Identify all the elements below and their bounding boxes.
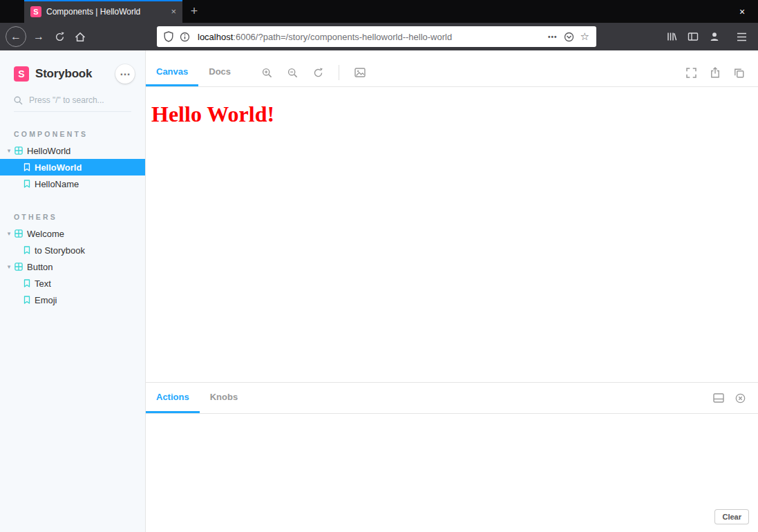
sidebar-item-helloworld-story[interactable]: HelloWorld xyxy=(0,159,145,175)
copy-link-icon[interactable] xyxy=(734,68,744,78)
page-content: S Storybook … COMPONENTS ▾ xyxy=(0,50,758,532)
tab-canvas[interactable]: Canvas xyxy=(146,59,198,86)
url-host: localhost xyxy=(198,32,233,42)
section-heading-others: OTHERS xyxy=(0,213,145,221)
storybook-logo-icon: S xyxy=(14,66,29,82)
storybook-sidebar: S Storybook … COMPONENTS ▾ xyxy=(0,50,145,532)
actions-panel-body: Clear xyxy=(146,414,758,532)
tree-item-label: Text xyxy=(35,278,51,289)
tab-docs[interactable]: Docs xyxy=(198,59,241,86)
search-icon xyxy=(14,96,23,105)
addon-panel-controls xyxy=(713,393,746,403)
close-panel-icon[interactable] xyxy=(735,393,746,403)
home-icon xyxy=(75,32,86,42)
forward-icon: → xyxy=(33,30,44,43)
open-in-new-tab-icon[interactable] xyxy=(710,67,720,78)
story-bookmark-icon xyxy=(23,296,30,304)
account-icon xyxy=(709,31,720,42)
url-text[interactable]: localhost:6006/?path=/story/components-h… xyxy=(198,32,542,42)
back-button[interactable]: ← xyxy=(6,26,26,47)
pocket-icon[interactable] xyxy=(564,32,574,42)
background-icon[interactable] xyxy=(354,68,366,77)
home-button[interactable] xyxy=(70,26,91,47)
story-bookmark-icon xyxy=(23,180,30,188)
component-icon xyxy=(15,146,23,155)
tree-item-label: HelloWorld xyxy=(35,162,82,173)
caret-down-icon[interactable]: ▾ xyxy=(6,147,12,154)
tree-item-label: Emoji xyxy=(35,295,57,305)
sidebar-item-to-storybook[interactable]: to Storybook xyxy=(0,242,145,258)
sidebar-toggle-icon xyxy=(688,31,699,42)
tab-title: Components | HelloWorld xyxy=(46,7,151,17)
logo-letter: S xyxy=(18,68,24,79)
canvas-toolbar-right xyxy=(686,67,744,78)
tree-item-label: Welcome xyxy=(27,229,64,239)
panel-position-icon[interactable] xyxy=(713,393,724,403)
story-bookmark-icon xyxy=(23,246,30,254)
sidebar-item-emoji[interactable]: Emoji xyxy=(0,292,145,308)
addon-panel: Actions Knobs Clear xyxy=(146,382,758,532)
reload-icon xyxy=(55,32,65,42)
canvas-toolbar: Canvas Docs xyxy=(146,50,758,87)
new-tab-button[interactable]: + xyxy=(182,0,206,23)
toolbar-divider xyxy=(339,65,339,80)
search-input[interactable] xyxy=(28,95,131,106)
tree-item-label: Button xyxy=(27,262,53,272)
library-icon xyxy=(666,31,677,42)
tab-bar: S Components | HelloWorld × + × xyxy=(0,0,758,23)
tracking-protection-shield-icon[interactable] xyxy=(164,31,173,42)
tab-close-icon[interactable]: × xyxy=(171,6,176,17)
page-actions-icon[interactable]: ••• xyxy=(548,33,558,41)
sidebar-item-button[interactable]: ▾ Button xyxy=(0,258,145,275)
clear-button[interactable]: Clear xyxy=(714,509,749,524)
zoom-reset-icon[interactable] xyxy=(313,68,323,78)
storybook-logo[interactable]: S Storybook xyxy=(14,66,92,82)
tab-actions[interactable]: Actions xyxy=(146,383,200,413)
sidebar-item-helloworld-component[interactable]: ▾ HelloWorld xyxy=(0,142,145,159)
url-path: :6006/?path=/story/components-helloworld… xyxy=(233,32,452,42)
component-icon xyxy=(15,263,23,271)
fullscreen-icon[interactable] xyxy=(686,68,697,78)
zoom-in-icon[interactable] xyxy=(262,68,272,78)
sidebar-item-welcome[interactable]: ▾ Welcome xyxy=(0,225,145,242)
addon-panel-tabs: Actions Knobs xyxy=(146,383,758,414)
menu-button[interactable] xyxy=(731,26,752,47)
shortcuts-menu-button[interactable]: … xyxy=(115,64,135,84)
forward-button[interactable]: → xyxy=(28,26,49,47)
zoom-out-icon[interactable] xyxy=(287,68,298,78)
tree-item-label: HelloName xyxy=(35,179,79,189)
storybook-main: Canvas Docs xyxy=(145,50,758,532)
firefox-window: S Components | HelloWorld × + × ← → xyxy=(0,0,758,532)
tree-item-label: to Storybook xyxy=(35,245,85,256)
brand-row: S Storybook … xyxy=(0,64,145,84)
hamburger-menu-icon xyxy=(737,32,747,41)
tree-item-label: HelloWorld xyxy=(27,146,70,156)
back-icon: ← xyxy=(10,30,21,43)
sidebar-item-helloname[interactable]: HelloName xyxy=(0,175,145,192)
account-button[interactable] xyxy=(703,26,725,47)
section-heading-components: COMPONENTS xyxy=(0,130,145,138)
story-preview: Hello World! xyxy=(146,87,758,382)
brand-title: Storybook xyxy=(35,67,92,81)
tab-knobs[interactable]: Knobs xyxy=(200,383,248,413)
window-close-button[interactable]: × xyxy=(726,0,758,23)
caret-down-icon[interactable]: ▾ xyxy=(6,230,12,237)
browser-toolbar: ← → localhost:6006/?path=/story/componen… xyxy=(0,23,758,50)
story-bookmark-icon xyxy=(23,163,30,171)
url-bar[interactable]: localhost:6006/?path=/story/components-h… xyxy=(157,26,596,47)
favicon-letter: S xyxy=(33,8,38,16)
storybook-favicon-icon: S xyxy=(30,6,41,17)
site-info-icon[interactable] xyxy=(180,32,190,42)
caret-down-icon[interactable]: ▾ xyxy=(6,263,12,270)
search-field[interactable] xyxy=(14,95,131,112)
component-icon xyxy=(15,229,23,238)
library-button[interactable] xyxy=(661,26,682,47)
story-bookmark-icon xyxy=(23,279,30,287)
browser-tab[interactable]: S Components | HelloWorld × xyxy=(24,0,182,23)
reload-button[interactable] xyxy=(49,26,70,47)
sidebar-item-text[interactable]: Text xyxy=(0,275,145,292)
sidebars-button[interactable] xyxy=(682,26,703,47)
toolbar-right-icons xyxy=(661,26,752,47)
hello-world-heading: Hello World! xyxy=(151,102,752,127)
bookmark-star-icon[interactable]: ☆ xyxy=(580,30,589,43)
